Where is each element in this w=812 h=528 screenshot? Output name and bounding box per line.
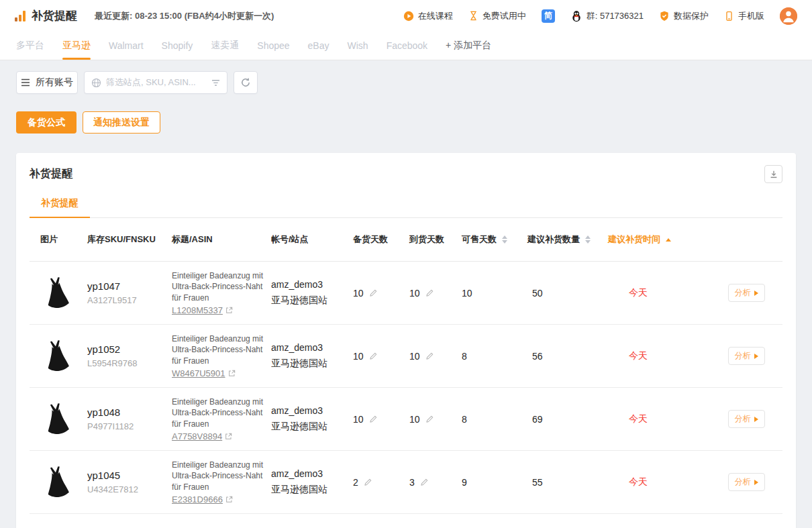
external-link-icon[interactable]: [228, 370, 236, 377]
black-dress-icon: [40, 401, 74, 438]
cell-suggest-qty: 55: [523, 477, 604, 488]
platform-tab-2[interactable]: Walmart: [109, 32, 144, 60]
filter-lines-icon: [211, 79, 220, 87]
cell-suggest-qty: 56: [523, 351, 604, 362]
product-image[interactable]: [39, 337, 75, 376]
suggest-time-value: 今天: [629, 413, 648, 424]
cell-image: [30, 400, 83, 439]
platform-tab-8[interactable]: Facebook: [387, 32, 427, 60]
stock-days-value: 10: [353, 414, 364, 425]
product-image[interactable]: [39, 463, 75, 502]
platform-tab-4[interactable]: 速卖通: [211, 32, 239, 60]
product-image[interactable]: [39, 274, 75, 313]
account-value: amz_demo3: [271, 279, 349, 290]
column-header-4: 备货天数: [349, 233, 405, 246]
cell-sku: yp1048 P4977I1182: [83, 407, 168, 431]
panel-title: 补货提醒: [30, 167, 72, 181]
product-title: Einteiliger Badeanzug mit Ultra-Back-Pri…: [172, 460, 266, 493]
play-triangle-icon: [754, 480, 758, 485]
play-circle-icon: [403, 11, 414, 21]
cell-suggest-time: 今天: [604, 287, 706, 299]
analyze-button[interactable]: 分析: [728, 284, 765, 302]
external-link-icon[interactable]: [225, 307, 233, 314]
cell-action: 分析: [706, 473, 782, 491]
platform-tab-9[interactable]: + 添加平台: [446, 32, 491, 60]
edit-pencil-icon[interactable]: [425, 415, 434, 424]
column-header-6[interactable]: 可售天数: [458, 233, 523, 246]
edit-pencil-icon[interactable]: [363, 478, 372, 487]
platform-tab-3[interactable]: Shopify: [162, 32, 193, 60]
column-header-label: 帐号/站点: [271, 233, 309, 246]
data-protection-link[interactable]: 数据保护: [659, 10, 709, 22]
arrival-days-value: 3: [409, 477, 415, 488]
sort-icon[interactable]: [502, 235, 507, 244]
all-accounts-button[interactable]: 所有账号: [16, 71, 78, 94]
topbar-links: 在线课程 免费试用中 简 群: 571736321: [403, 7, 797, 25]
cell-arrival-days: 10: [405, 351, 458, 362]
filter-search-select[interactable]: 筛选站点, SKU, ASIN...: [84, 71, 227, 94]
suggest-qty-value: 69: [532, 414, 543, 425]
stock-formula-button[interactable]: 备货公式: [16, 111, 77, 134]
column-header-1: 库存SKU/FNSKU: [83, 233, 168, 246]
edit-pencil-icon[interactable]: [368, 288, 378, 298]
qq-group-label: 群: 571736321: [587, 10, 644, 22]
asin-link[interactable]: L1208M5337: [172, 305, 223, 315]
mobile-version-link[interactable]: 手机版: [724, 10, 764, 22]
platform-tab-0[interactable]: 多平台: [16, 32, 44, 60]
analyze-button[interactable]: 分析: [728, 473, 765, 491]
user-avatar[interactable]: [780, 7, 797, 25]
cell-image: [30, 463, 83, 502]
platform-tab-6[interactable]: eBay: [308, 32, 329, 60]
cell-suggest-qty: 69: [523, 414, 604, 425]
stock-days-value: 10: [353, 288, 364, 299]
analyze-button[interactable]: 分析: [728, 410, 765, 428]
download-button[interactable]: [764, 165, 782, 183]
refresh-button[interactable]: [234, 71, 258, 94]
cell-stock-days: 10: [349, 414, 405, 425]
edit-pencil-icon[interactable]: [425, 352, 434, 361]
language-badge[interactable]: 简: [542, 9, 555, 23]
asin-link[interactable]: W8467U5901: [172, 368, 225, 378]
fnsku-value: L5954R9768: [87, 358, 168, 368]
hourglass-icon: [468, 11, 478, 21]
product-title: Einteiliger Badeanzug mit Ultra-Back-Pri…: [172, 397, 266, 430]
column-header-7[interactable]: 建议补货数量: [523, 233, 604, 246]
sort-asc-icon[interactable]: [666, 238, 671, 242]
column-header-label: 可售天数: [462, 233, 497, 246]
all-accounts-label: 所有账号: [36, 76, 73, 89]
asin-link[interactable]: E2381D9666: [172, 494, 223, 505]
platform-tab-7[interactable]: Wish: [348, 32, 368, 60]
cell-account-site: amz_demo3 亚马逊德国站: [267, 342, 349, 370]
analyze-label: 分析: [735, 350, 751, 362]
edit-pencil-icon[interactable]: [368, 352, 378, 361]
product-image[interactable]: [39, 400, 75, 439]
notification-settings-button[interactable]: 通知推送设置: [83, 111, 160, 134]
column-header-8[interactable]: 建议补货时间: [604, 233, 706, 246]
qq-group-link[interactable]: 群: 571736321: [570, 10, 644, 22]
edit-pencil-icon[interactable]: [419, 478, 429, 487]
cell-account-site: amz_demo3 亚马逊德国站: [267, 279, 349, 307]
menu-icon: [21, 78, 30, 87]
cell-account-site: amz_demo3 亚马逊德国站: [267, 405, 349, 433]
edit-pencil-icon[interactable]: [368, 415, 378, 424]
cell-sku: yp1052 L5954R9768: [83, 344, 168, 368]
cell-stock-days: 10: [349, 351, 405, 362]
table-row: yp1047 A3127L9517 Einteiliger Badeanzug …: [30, 262, 782, 325]
suggest-qty-value: 56: [532, 351, 543, 362]
external-link-icon[interactable]: [225, 496, 233, 503]
column-header-label: 备货天数: [353, 233, 388, 246]
column-header-label: 建议补货数量: [527, 233, 580, 246]
online-course-label: 在线课程: [418, 10, 453, 22]
cell-suggest-qty: 50: [523, 288, 604, 299]
tab-restock-reminder[interactable]: 补货提醒: [30, 197, 90, 218]
external-link-icon[interactable]: [225, 433, 232, 440]
online-course-link[interactable]: 在线课程: [403, 10, 453, 22]
phone-icon: [724, 11, 734, 21]
edit-pencil-icon[interactable]: [425, 288, 434, 298]
free-trial-link[interactable]: 免费试用中: [468, 10, 526, 22]
sort-icon[interactable]: [585, 235, 591, 244]
analyze-button[interactable]: 分析: [728, 347, 765, 365]
platform-tab-1[interactable]: 亚马逊: [62, 32, 91, 60]
asin-link[interactable]: A7758V8894: [172, 431, 222, 441]
platform-tab-5[interactable]: Shopee: [257, 32, 289, 60]
